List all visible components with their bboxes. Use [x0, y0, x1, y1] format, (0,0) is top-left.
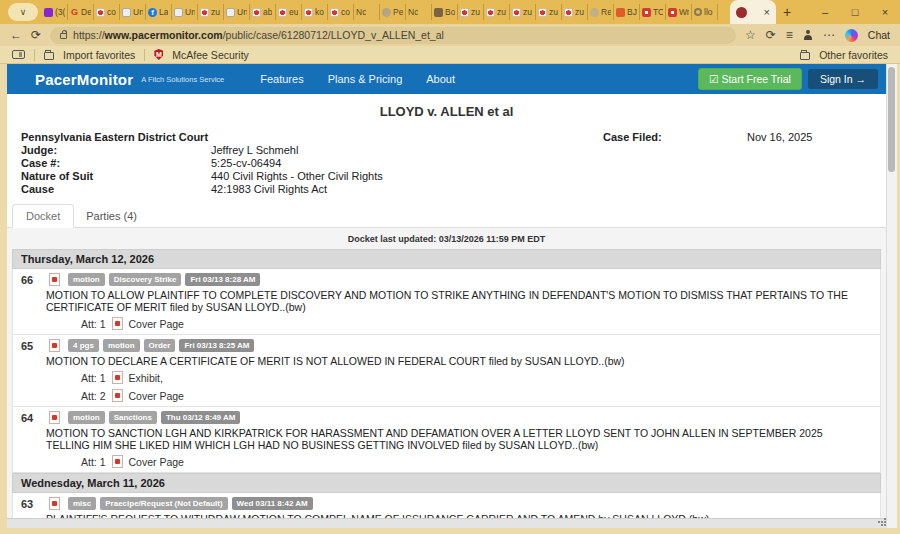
new-tab-button[interactable]: +	[776, 4, 798, 20]
browser-tab[interactable]: (3(	[42, 4, 68, 20]
chat-label[interactable]: Chat	[868, 29, 890, 41]
browser-tab-label: zu	[471, 7, 480, 17]
google-favicon-icon: G	[70, 8, 79, 17]
close-button[interactable]: ×	[870, 0, 900, 24]
browser-tab-label: TO	[653, 7, 663, 17]
pdf-icon[interactable]	[49, 273, 60, 286]
nav-about[interactable]: About	[426, 73, 455, 85]
site-nav: Features Plans & Pricing About	[260, 73, 455, 85]
box-favicon-icon	[434, 8, 443, 17]
browser-tab-label: zu	[211, 7, 220, 17]
pdf-favicon-icon	[512, 8, 521, 17]
browser-tab[interactable]: BJ	[614, 4, 640, 20]
attachment-name[interactable]: Exhibit,	[129, 372, 163, 384]
browser-tab[interactable]: Nc	[406, 4, 432, 20]
sign-in-button[interactable]: Sign In →	[808, 69, 878, 89]
docket-date-header: Wednesday, March 11, 2026	[12, 473, 881, 493]
docket-last-updated: Docket last updated: 03/13/2026 11:59 PM…	[7, 228, 886, 249]
doc-favicon-icon	[174, 8, 183, 17]
attachment-label: Att: 1	[81, 318, 106, 330]
browser-tab-label: zu	[523, 7, 532, 17]
browser-tab[interactable]: zu	[536, 4, 562, 20]
horizontal-scrollbar[interactable]	[7, 518, 886, 528]
entry-description: MOTION TO ALLOW PLAINTIFF TO COMPLETE DI…	[46, 289, 868, 313]
browser-tab[interactable]: GDe	[68, 4, 94, 20]
pdf-icon[interactable]	[49, 339, 60, 352]
history-icon[interactable]: ⟳	[766, 29, 776, 41]
attachment-name[interactable]: Cover Page	[129, 390, 184, 402]
pdf-icon[interactable]	[112, 389, 123, 402]
browser-tab[interactable]: Pe	[380, 4, 406, 20]
browser-tab[interactable]: ab	[250, 4, 276, 20]
entry-type-badge: 4 pgs	[68, 339, 99, 352]
browser-tab[interactable]: co	[328, 4, 354, 20]
cause-label: Cause	[21, 183, 211, 196]
url-input[interactable]: https://www.pacermonitor.com/public/case…	[50, 27, 736, 44]
refresh-icon[interactable]: ⟳	[31, 29, 41, 41]
browser-tab-label: Pe	[393, 7, 403, 17]
browser-tab-label: Wr	[679, 7, 689, 17]
collections-icon[interactable]: ≡	[786, 29, 793, 41]
case-info: Pennsylvania Eastern District Court Judg…	[7, 125, 886, 202]
tab-search-button[interactable]: ∨	[8, 3, 38, 21]
tab-docket[interactable]: Docket	[12, 204, 74, 228]
sidebar-toggle-icon[interactable]	[12, 50, 25, 59]
tab-parties[interactable]: Parties (4)	[74, 205, 149, 227]
browser-tab[interactable]: Bo	[432, 4, 458, 20]
browser-tab[interactable]: Un	[172, 4, 198, 20]
pin-favicon-icon	[642, 8, 651, 17]
more-menu-icon[interactable]: ⋯	[823, 29, 835, 41]
attachment-name[interactable]: Cover Page	[129, 456, 184, 468]
profile-icon[interactable]	[803, 30, 813, 40]
browser-tab[interactable]: llo	[692, 4, 718, 20]
entry-date-badge: Fri 03/13 8:25 AM	[179, 339, 254, 352]
pdf-icon[interactable]	[112, 455, 123, 468]
pacermonitor-logo[interactable]: PacerMonitor	[35, 71, 133, 88]
url-text: https://www.pacermonitor.com/public/case…	[73, 29, 444, 41]
browser-tab[interactable]: eu	[276, 4, 302, 20]
nav-features[interactable]: Features	[260, 73, 303, 85]
browser-tab[interactable]: Un	[120, 4, 146, 20]
browser-tab[interactable]: Wr	[666, 4, 692, 20]
pdf-favicon-icon	[200, 8, 209, 17]
globe-favicon-icon	[382, 8, 391, 17]
pdf-icon[interactable]	[49, 411, 60, 424]
pdf-favicon-icon	[460, 8, 469, 17]
maximize-button[interactable]: □	[840, 0, 870, 24]
nav-plans-pricing[interactable]: Plans & Pricing	[328, 73, 403, 85]
browser-tab[interactable]: Re	[588, 4, 614, 20]
pin-favicon-icon	[668, 8, 677, 17]
mcafee-security-link[interactable]: McAfee Security	[172, 49, 248, 61]
attachment-row: Att: 1 Cover Page	[81, 451, 880, 469]
minimize-button[interactable]: –	[810, 0, 840, 24]
browser-tab[interactable]: co	[94, 4, 120, 20]
back-icon[interactable]: ←	[10, 29, 22, 41]
browser-tab[interactable]: zu	[510, 4, 536, 20]
browser-tab[interactable]: ko	[302, 4, 328, 20]
browser-tab[interactable]: Nc	[354, 4, 380, 20]
add-favorite-star-icon[interactable]: ☆	[745, 29, 756, 41]
attachment-name[interactable]: Cover Page	[129, 318, 184, 330]
browser-tab[interactable]: zu	[198, 4, 224, 20]
entry-description: MOTION TO SANCTION LGH AND KIRKPATRICK F…	[46, 427, 868, 451]
other-favorites-button[interactable]: Other favorites	[819, 49, 888, 61]
vertical-scrollbar-thumb[interactable]	[888, 67, 895, 172]
import-favorites-button[interactable]: Import favorites	[63, 49, 135, 61]
browser-tab[interactable]: fLa	[146, 4, 172, 20]
active-tab[interactable]: ×	[730, 0, 776, 24]
tab-list: (3(GDecoUnfLaUnzuUnabeukocoNcPeNcBozuzuz…	[42, 0, 730, 24]
browser-tab[interactable]: zu	[562, 4, 588, 20]
copilot-icon[interactable]	[845, 29, 858, 42]
pdf-icon[interactable]	[49, 497, 60, 510]
browser-tab[interactable]: zu	[458, 4, 484, 20]
browser-tab[interactable]: zu	[484, 4, 510, 20]
browser-tab-label: zu	[549, 7, 558, 17]
tab-close-icon[interactable]: ×	[764, 7, 770, 18]
attachment-label: Att: 2	[81, 390, 106, 402]
login-arrow-icon: →	[856, 73, 867, 85]
browser-tab[interactable]: TO	[640, 4, 666, 20]
browser-tab[interactable]: Un	[224, 4, 250, 20]
pdf-icon[interactable]	[112, 317, 123, 330]
pdf-icon[interactable]	[112, 371, 123, 384]
start-free-trial-button[interactable]: ☑ Start Free Trial	[698, 68, 802, 90]
